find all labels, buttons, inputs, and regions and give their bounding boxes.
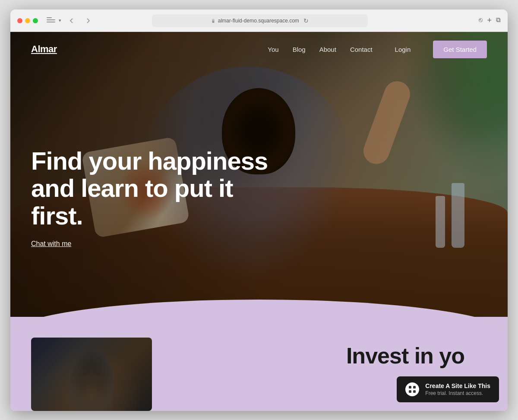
invest-text: Invest in yo xyxy=(346,343,464,369)
address-bar[interactable]: almar-fluid-demo.squarespace.com ↻ xyxy=(152,14,368,27)
sidebar-toggle-icon[interactable] xyxy=(47,17,55,24)
tabs-icon[interactable]: ⧉ xyxy=(496,16,501,25)
svg-rect-1 xyxy=(409,386,411,388)
traffic-lights xyxy=(17,18,38,23)
minimize-button[interactable] xyxy=(25,18,30,23)
maximize-button[interactable] xyxy=(33,18,38,23)
squarespace-logo-icon xyxy=(405,382,419,396)
website-content: Almar You Blog About Contact Login Get S… xyxy=(10,32,508,411)
new-tab-icon[interactable]: + xyxy=(487,16,492,25)
hero-content: Find your happiness and learn to put it … xyxy=(31,147,290,248)
svg-rect-3 xyxy=(409,390,411,393)
svg-rect-4 xyxy=(413,390,416,393)
browser-actions: ⎋ + ⧉ xyxy=(479,16,501,25)
create-site-text-block: Create A Site Like This Free trial. Inst… xyxy=(425,382,490,396)
hero-headline: Find your happiness and learn to put it … xyxy=(31,147,290,230)
create-site-subtitle: Free trial. Instant access. xyxy=(425,390,490,396)
hero-section: Almar You Blog About Contact Login Get S… xyxy=(10,32,508,317)
small-preview-image xyxy=(31,338,152,411)
logo[interactable]: Almar xyxy=(31,44,57,55)
nav-links: You Blog About Contact Login Get Started xyxy=(268,41,487,58)
chat-with-me-link[interactable]: Chat with me xyxy=(31,240,71,247)
forward-button[interactable] xyxy=(82,15,94,27)
nav-link-you[interactable]: You xyxy=(268,46,278,53)
navigation: Almar You Blog About Contact Login Get S… xyxy=(10,32,508,66)
close-button[interactable] xyxy=(17,18,22,23)
browser-window: ▾ almar-fluid-demo.squarespace.com ↻ ⎋ +… xyxy=(10,9,508,411)
share-icon[interactable]: ⎋ xyxy=(479,16,483,25)
create-site-banner[interactable]: Create A Site Like This Free trial. Inst… xyxy=(397,376,499,402)
nav-link-blog[interactable]: Blog xyxy=(293,46,306,53)
nav-login[interactable]: Login xyxy=(395,46,411,53)
chevron-down-icon: ▾ xyxy=(59,18,61,23)
svg-rect-2 xyxy=(413,386,416,388)
nav-link-about[interactable]: About xyxy=(319,46,336,53)
browser-controls: ▾ xyxy=(47,17,61,24)
nav-link-contact[interactable]: Contact xyxy=(350,46,373,53)
create-site-title: Create A Site Like This xyxy=(425,382,490,389)
lower-section: Invest in yo Create A Site Like This Fre… xyxy=(10,317,508,411)
refresh-icon[interactable]: ↻ xyxy=(303,17,309,24)
url-text: almar-fluid-demo.squarespace.com xyxy=(218,18,299,24)
browser-titlebar: ▾ almar-fluid-demo.squarespace.com ↻ ⎋ +… xyxy=(10,9,508,32)
svg-rect-0 xyxy=(212,20,214,23)
back-button[interactable] xyxy=(66,15,78,27)
get-started-button[interactable]: Get Started xyxy=(433,41,487,58)
